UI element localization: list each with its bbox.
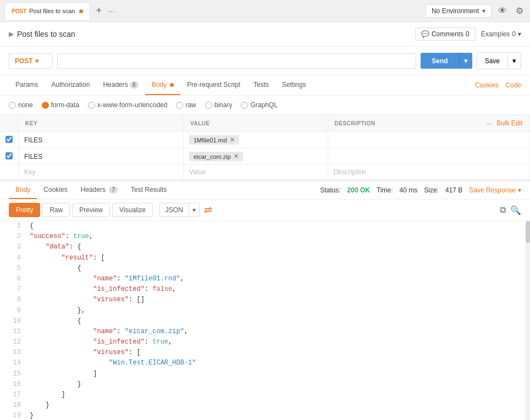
body-type-formdata-label: form-data [51, 101, 79, 109]
add-tab-button[interactable]: + [91, 5, 106, 16]
format-arrow-icon[interactable]: ▾ [189, 203, 199, 217]
cookies-link[interactable]: Cookies [475, 81, 499, 89]
response-tab-test-results[interactable]: Test Results [124, 181, 173, 199]
row1-key[interactable]: FILES [19, 132, 184, 148]
more-options-button[interactable]: ··· [485, 119, 492, 128]
key-placeholder: Key [24, 168, 36, 176]
remove-file-2-button[interactable]: ✕ [234, 153, 239, 160]
page-title: Post files to scan [17, 30, 75, 38]
save-response-arrow-icon: ▾ [518, 186, 521, 194]
view-visualize-button[interactable]: Visualize [112, 203, 153, 217]
method-selector[interactable]: POST ▾ [9, 53, 53, 69]
col-desc-header: DESCRIPTION ··· Bulk Edit [328, 115, 530, 131]
col-key-header: KEY [19, 115, 184, 132]
tab-authorization[interactable]: Authorization [45, 75, 96, 95]
size-value: 417 B [445, 186, 462, 194]
environment-selector[interactable]: No Environment ▾ [426, 4, 492, 18]
save-dropdown-button[interactable]: ▾ [508, 52, 521, 69]
body-type-binary-label: binary [214, 101, 233, 109]
status-label: Status: [320, 186, 340, 194]
scrollbar-thumb[interactable] [526, 221, 530, 243]
tab-title: Post files to scan [29, 8, 75, 14]
code-line-15: 15 ] [0, 369, 530, 379]
comments-button[interactable]: 💬 Comments 0 [415, 27, 476, 41]
code-line-2: 2"success": true, [0, 231, 530, 242]
code-line-18: 18 } [0, 400, 530, 411]
eye-icon-button[interactable]: 👁 [496, 4, 509, 18]
time-value: 40 ms [400, 186, 418, 194]
row2-key[interactable]: FILES [19, 148, 184, 165]
code-line-4: 4 "result": [ [0, 253, 530, 263]
empty-row: Key Value Description [0, 165, 530, 180]
row2-description[interactable] [328, 148, 529, 165]
body-type-formdata[interactable]: form-data [42, 101, 79, 109]
send-dropdown-button[interactable]: ▾ [459, 53, 472, 69]
code-line-10: 10 { [0, 316, 530, 327]
body-type-none[interactable]: none [9, 101, 33, 109]
method-arrow-icon: ▾ [35, 57, 38, 65]
tab-params[interactable]: Params [9, 75, 45, 95]
examples-label: Examples [481, 30, 510, 38]
table-row: FILES eicar_com.zip ✕ [0, 148, 530, 165]
response-tab-headers[interactable]: Headers 7 [74, 181, 124, 199]
title-expand-arrow[interactable]: ▶ [9, 30, 14, 38]
view-raw-button[interactable]: Raw [42, 203, 70, 217]
copy-response-button[interactable]: ⧉ [500, 205, 506, 215]
radio-urlencoded-icon [88, 102, 95, 109]
tab-settings[interactable]: Settings [275, 75, 312, 95]
save-response-button[interactable]: Save Response ▾ [469, 186, 521, 194]
body-type-graphql[interactable]: GraphQL [241, 101, 277, 109]
tab-body[interactable]: Body [145, 75, 181, 95]
response-tab-body[interactable]: Body [9, 181, 37, 199]
code-line-17: 17 ] [0, 390, 530, 400]
env-arrow-icon: ▾ [482, 7, 485, 15]
tab-headers[interactable]: Headers 8 [96, 75, 145, 95]
code-line-19: 19} [0, 411, 530, 420]
request-tab[interactable]: POST Post files to scan [4, 2, 90, 20]
code-line-9: 9 }, [0, 306, 530, 316]
code-link[interactable]: Code [505, 81, 521, 89]
status-value: 200 OK [347, 186, 370, 194]
comments-icon: 💬 [421, 30, 429, 38]
send-button[interactable]: Send [421, 53, 459, 69]
remove-file-1-button[interactable]: ✕ [230, 136, 235, 143]
response-tab-cookies[interactable]: Cookies [37, 181, 74, 199]
radio-formdata-icon [42, 102, 49, 109]
value-placeholder: Value [189, 168, 206, 176]
table-row: FILES 1Mfile01.rnd ✕ [0, 132, 530, 148]
tab-prerequest[interactable]: Pre-request Script [180, 75, 247, 95]
file-tag-1: 1Mfile01.rnd ✕ [189, 135, 239, 145]
save-button[interactable]: Save [477, 52, 508, 69]
format-label: JSON [160, 203, 189, 217]
examples-arrow-icon: ▾ [518, 30, 521, 38]
view-pretty-button[interactable]: Pretty [9, 203, 40, 217]
search-response-button[interactable]: 🔍 [510, 205, 521, 215]
format-selector[interactable]: JSON ▾ [159, 203, 200, 217]
code-line-3: 3 "data": { [0, 242, 530, 252]
row1-value[interactable]: 1Mfile01.rnd ✕ [184, 132, 328, 148]
examples-button[interactable]: Examples 0 ▾ [481, 30, 521, 38]
tab-tests[interactable]: Tests [247, 75, 275, 95]
scrollbar-track[interactable] [526, 221, 530, 420]
body-type-graphql-label: GraphQL [250, 101, 277, 109]
row2-value[interactable]: eicar_com.zip ✕ [184, 148, 328, 165]
more-tabs-button[interactable]: ··· [106, 7, 117, 15]
code-line-11: 11 "name": "eicar_com.zip", [0, 327, 530, 337]
row2-checkbox[interactable] [5, 152, 13, 159]
body-type-urlencoded[interactable]: x-www-form-urlencoded [88, 101, 167, 109]
url-input[interactable]: http://localhost:3000/api/v1/scan [57, 53, 416, 69]
gear-icon-button[interactable]: ⚙ [514, 3, 526, 18]
bulk-edit-button[interactable]: Bulk Edit [496, 119, 522, 127]
comments-count: 0 [466, 30, 470, 38]
response-body: 1{ 2"success": true, 3 "data": { 4 "resu… [0, 221, 530, 420]
code-line-12: 12 "is_infected": true, [0, 337, 530, 347]
body-type-binary[interactable]: binary [205, 101, 233, 109]
view-preview-button[interactable]: Preview [72, 203, 110, 217]
code-line-7: 7 "is_infected": false, [0, 284, 530, 295]
body-type-raw[interactable]: raw [176, 101, 196, 109]
desc-placeholder: Description [334, 168, 367, 176]
wrap-lines-button[interactable]: ⇌ [204, 204, 212, 216]
row1-description[interactable] [328, 132, 529, 148]
row1-checkbox[interactable] [5, 136, 13, 143]
code-line-16: 16 } [0, 379, 530, 390]
